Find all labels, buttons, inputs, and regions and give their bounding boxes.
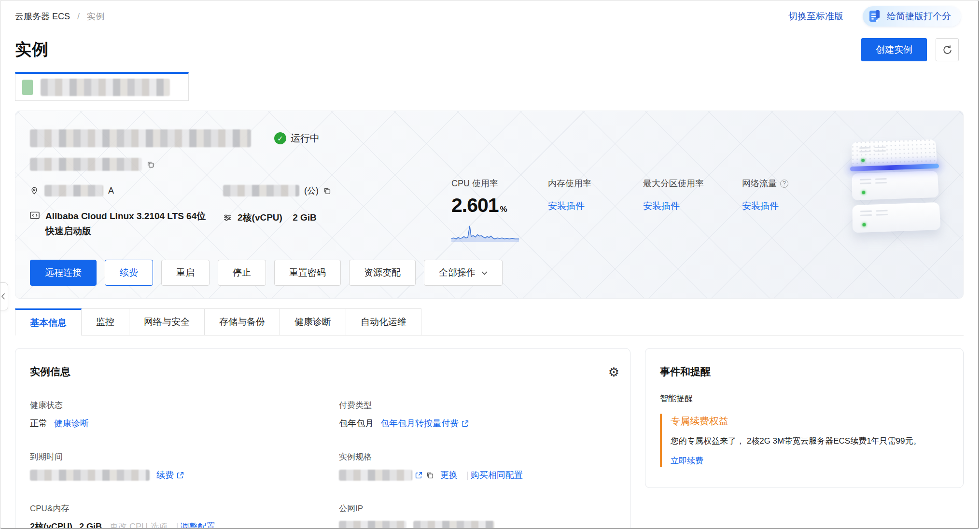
change-cpu-options-link: 更改 CPU 选项 — [110, 521, 168, 529]
create-instance-button[interactable]: 创建实例 — [861, 38, 927, 61]
cpu-usage-value: 2.601 % — [451, 194, 548, 217]
tab-automation-ops[interactable]: 自动化运维 — [346, 308, 421, 335]
renew-button[interactable]: 续费 — [105, 260, 153, 286]
running-check-icon: ✓ — [274, 132, 286, 144]
redacted-instance-title — [30, 129, 251, 147]
switch-to-standard-link[interactable]: 切换至标准版 — [788, 10, 843, 23]
instance-name-row: ✓ 运行中 — [30, 129, 320, 147]
tab-health-diagnosis[interactable]: 健康诊断 — [280, 308, 346, 335]
cpu-usage-label: CPU 使用率 — [451, 178, 548, 189]
tab-storage-backup[interactable]: 存储与备份 — [204, 308, 280, 335]
zone-row: A — [30, 185, 114, 196]
replace-spec-link[interactable]: 更换 — [440, 469, 458, 481]
promo-title: 专属续费权益 — [671, 415, 949, 428]
breadcrumb-current: 实例 — [87, 12, 104, 21]
instance-selector-tab[interactable] — [15, 72, 189, 101]
buy-same-config-link[interactable]: 购买相同配置 — [471, 469, 523, 481]
spec-memory: 2 GiB — [293, 212, 317, 223]
redacted-spec — [339, 470, 412, 481]
lower-section: 实例信息 ⚙ 健康状态 正常 健康诊断 付费类型 包年包月 包年包月转按量付费 — [15, 348, 964, 529]
tab-monitoring[interactable]: 监控 — [81, 308, 129, 335]
divider: | — [174, 522, 181, 530]
refresh-icon — [942, 45, 952, 55]
billing-convert-link[interactable]: 包年包月转按量付费 — [380, 418, 459, 429]
topbar-right: 切换至标准版 给简捷版打个分 — [788, 6, 961, 27]
collapse-panel-handle[interactable] — [0, 282, 8, 310]
instance-info-card: 实例信息 ⚙ 健康状态 正常 健康诊断 付费类型 包年包月 包年包月转按量付费 — [15, 348, 630, 529]
public-ip-row: (公) — [223, 185, 331, 196]
adjust-config-link[interactable]: 调整配置 — [181, 521, 215, 529]
all-operations-button[interactable]: 全部操作 — [424, 260, 503, 286]
reset-password-button[interactable]: 重置密码 — [274, 260, 341, 286]
install-plugin-link-network[interactable]: 安装插件 — [742, 201, 779, 211]
disk-usage-label: 最大分区使用率 — [643, 178, 742, 189]
survey-icon — [868, 9, 882, 24]
install-plugin-link-memory[interactable]: 安装插件 — [548, 201, 585, 211]
disk-usage-metric: 最大分区使用率 安装插件 — [643, 178, 742, 242]
refresh-button[interactable] — [936, 38, 959, 61]
cpu-memory-field: CPU&内存 2核(vCPU) 2 GiB 更改 CPU 选项 | 调整配置 — [30, 503, 339, 529]
tab-network-security[interactable]: 网络与安全 — [129, 308, 205, 335]
instance-actions: 远程连接 续费 重启 停止 重置密码 资源变配 全部操作 — [30, 260, 511, 286]
memory-usage-label: 内存使用率 — [548, 178, 643, 189]
billing-type-value: 包年包月 — [339, 418, 374, 429]
chevron-left-icon — [1, 293, 5, 300]
promo-body: 您的专属权益来了， 2核2G 3M带宽云服务器ECS续费1年只需99元。 — [671, 434, 949, 448]
chevron-down-icon — [481, 271, 488, 275]
cpu-usage-metric: CPU 使用率 2.601 % — [451, 178, 548, 242]
rate-feedback-pill[interactable]: 给简捷版打个分 — [863, 6, 961, 27]
cpu-cores-value: 2核(vCPU) — [30, 521, 72, 529]
ecs-console-page: 云服务器 ECS / 实例 切换至标准版 给简捷版打个分 实例 创建实例 — [0, 0, 979, 529]
topbar: 云服务器 ECS / 实例 切换至标准版 给简捷版打个分 — [0, 0, 978, 27]
cpu-sparkline-chart — [451, 223, 519, 242]
restart-button[interactable]: 重启 — [161, 260, 210, 286]
location-pin-icon — [30, 186, 39, 195]
os-edition: 快速启动版 — [45, 223, 206, 238]
health-diagnosis-link[interactable]: 健康诊断 — [54, 418, 89, 429]
server-box-middle — [852, 171, 939, 200]
os-code-icon — [30, 211, 40, 220]
instance-spec-field: 实例规格 — [339, 451, 616, 481]
breadcrumb-separator: / — [77, 12, 80, 21]
external-link-icon[interactable] — [415, 472, 422, 479]
help-icon[interactable]: ? — [780, 180, 788, 188]
spec-cores: 2核(vCPU) — [238, 212, 282, 223]
sliders-icon — [223, 213, 232, 222]
resource-change-button[interactable]: 资源变配 — [349, 260, 416, 286]
network-traffic-metric: 网络流量 ? 安装插件 — [742, 178, 826, 242]
health-status-field: 健康状态 正常 健康诊断 — [30, 400, 339, 429]
detail-tabs: 基本信息 监控 网络与安全 存储与备份 健康诊断 自动化运维 — [15, 308, 964, 335]
redacted-zone — [44, 185, 103, 196]
renew-now-link[interactable]: 立即续费 — [671, 455, 703, 466]
redacted-public-ip — [339, 521, 406, 529]
gear-icon[interactable]: ⚙ — [608, 366, 619, 378]
external-link-icon — [177, 472, 184, 479]
redacted-expire-date — [30, 470, 150, 481]
os-row: Alibaba Cloud Linux 3.2104 LTS 64位 快速启动版 — [30, 209, 206, 238]
redacted-instance-id — [30, 158, 142, 171]
instance-info-title: 实例信息 — [30, 365, 616, 378]
copy-icon[interactable] — [147, 161, 154, 168]
stop-button[interactable]: 停止 — [218, 260, 266, 286]
tab-basic-info[interactable]: 基本信息 — [15, 308, 82, 335]
breadcrumb-root[interactable]: 云服务器 ECS — [15, 12, 70, 21]
redacted-instance-name — [41, 79, 170, 96]
copy-icon[interactable] — [323, 187, 331, 195]
billing-type-field: 付费类型 包年包月 包年包月转按量付费 — [339, 400, 616, 429]
title-row: 实例 创建实例 — [15, 38, 959, 61]
metrics-row: CPU 使用率 2.601 % 内存使用率 安装插件 最大分区使用率 安装插件 — [451, 178, 826, 242]
rate-pill-label: 给简捷版打个分 — [887, 10, 951, 23]
remote-connect-button[interactable]: 远程连接 — [30, 260, 97, 286]
install-plugin-link-disk[interactable]: 安装插件 — [643, 201, 680, 211]
copy-icon[interactable] — [426, 472, 434, 479]
instance-status: ✓ 运行中 — [274, 132, 320, 145]
server-illustration — [852, 135, 947, 233]
spec-row: 2核(vCPU) 2 GiB — [223, 211, 317, 224]
memory-usage-metric: 内存使用率 安装插件 — [548, 178, 643, 242]
renewal-promo-block: 专属续费权益 您的专属权益来了， 2核2G 3M带宽云服务器ECS续费1年只需9… — [660, 414, 949, 467]
instance-overview-card: ✓ 运行中 A (公) — [15, 111, 964, 299]
instance-thumbnail-icon — [22, 80, 33, 95]
spec-text: 2核(vCPU) 2 GiB — [238, 211, 317, 224]
public-ip-field: 公网IP — [339, 503, 616, 529]
renew-link[interactable]: 续费 — [156, 469, 174, 481]
